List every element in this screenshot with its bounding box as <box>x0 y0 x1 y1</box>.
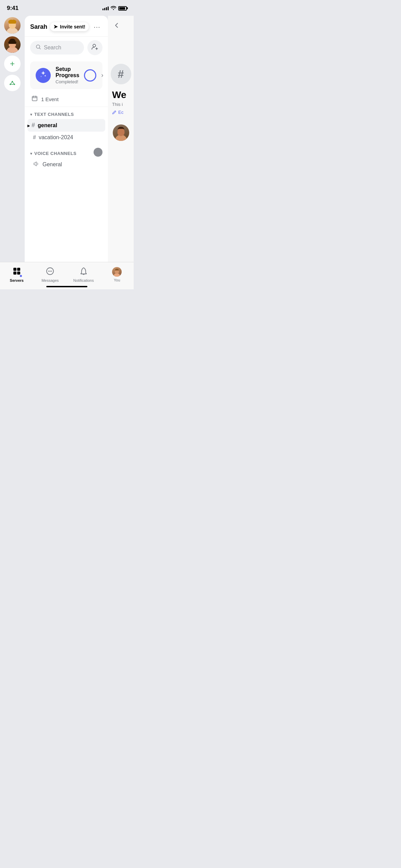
messages-icon <box>46 267 54 277</box>
hash-icon-general: # <box>32 122 35 129</box>
you-avatar-img <box>112 267 122 277</box>
nav-item-notifications[interactable]: Notifications <box>67 262 100 284</box>
svg-line-9 <box>12 82 14 84</box>
server-name: Sarah <box>30 23 47 31</box>
right-panel: # We This i Ec <box>108 16 134 287</box>
edit-label: Ec <box>118 110 123 115</box>
svg-line-8 <box>10 82 12 84</box>
svg-rect-26 <box>13 272 16 275</box>
nav-item-you[interactable]: You <box>100 262 134 284</box>
svg-line-12 <box>39 48 41 49</box>
search-placeholder: Search <box>44 45 61 51</box>
setup-subtitle: Completed! <box>56 79 79 84</box>
bottom-nav: Servers Messages Notifications <box>0 262 134 289</box>
search-icon <box>36 44 41 51</box>
nav-label-you: You <box>114 278 120 282</box>
event-text: 1 Event <box>41 96 59 102</box>
send-icon: ➤ <box>53 24 58 30</box>
setup-progress-ring <box>84 69 96 82</box>
discover-icon <box>8 79 16 87</box>
edit-link[interactable]: Ec <box>108 107 134 118</box>
nav-item-messages[interactable]: Messages <box>34 262 67 284</box>
svg-point-29 <box>48 270 49 272</box>
you-avatar <box>112 267 122 277</box>
svg-point-30 <box>50 270 51 272</box>
channel-name-general: general <box>38 122 57 129</box>
hash-icon-vacation: # <box>33 134 36 141</box>
plus-icon: + <box>10 59 15 69</box>
status-time: 9:41 <box>7 5 19 12</box>
battery-icon <box>118 6 127 11</box>
servers-icon <box>12 267 21 277</box>
voice-channel-general[interactable]: General <box>25 158 108 171</box>
nav-item-servers[interactable]: Servers <box>0 262 34 284</box>
svg-point-31 <box>51 270 52 272</box>
invite-toast-text: Invite sent! <box>60 24 85 29</box>
nav-label-servers: Servers <box>10 278 24 282</box>
user-avatar-img <box>113 124 129 141</box>
add-member-button[interactable] <box>87 40 102 55</box>
svg-rect-18 <box>32 96 37 101</box>
user-avatar-small <box>113 124 129 141</box>
nav-label-notifications: Notifications <box>73 278 94 282</box>
avatar-2-img <box>4 36 21 53</box>
add-member-icon <box>91 43 99 52</box>
search-bar[interactable]: Search <box>30 41 84 55</box>
back-button[interactable] <box>108 16 134 36</box>
invite-toast: ➤ Invite sent! <box>50 22 89 31</box>
svg-rect-25 <box>17 268 20 271</box>
svg-point-16 <box>45 75 46 76</box>
svg-rect-24 <box>13 268 16 271</box>
voice-channel-name-general: General <box>42 161 62 168</box>
voice-channels-section-header[interactable]: ▾ Voice Channels <box>25 146 108 158</box>
text-channels-label: Text Channels <box>34 112 74 117</box>
channel-name-vacation: vacation-2024 <box>39 134 73 141</box>
volume-icon <box>33 161 39 168</box>
add-server-button[interactable]: + <box>4 56 21 72</box>
status-bar: 9:41 <box>0 0 134 14</box>
setup-icon <box>36 68 51 83</box>
channel-item-general[interactable]: # general <box>27 119 105 132</box>
channel-welcome-subtitle: This i <box>108 102 134 107</box>
setup-title: Setup Progress <box>56 66 79 79</box>
server-sidebar: + <box>0 14 25 287</box>
text-channels-section-header[interactable]: ▾ Text Channels <box>25 107 108 119</box>
ellipsis-icon: ··· <box>94 23 100 31</box>
setup-text: Setup Progress Completed! <box>56 66 79 84</box>
nav-label-messages: Messages <box>41 278 59 282</box>
setup-progress-card[interactable]: Setup Progress Completed! › <box>30 61 102 89</box>
voice-channels-chevron-icon: ▾ <box>30 151 32 156</box>
event-row[interactable]: 1 Event <box>25 92 108 107</box>
channel-header: Sarah ➤ Invite sent! ··· <box>25 16 108 37</box>
setup-chevron-icon[interactable]: › <box>101 72 103 79</box>
channel-panel: Sarah ➤ Invite sent! ··· Search <box>25 16 108 287</box>
servers-badge <box>19 274 23 278</box>
home-indicator <box>46 286 87 287</box>
status-icons <box>102 5 127 11</box>
more-options-button[interactable]: ··· <box>92 21 102 32</box>
server-avatar-2[interactable] <box>4 36 21 53</box>
voice-channels-label: Voice Channels <box>34 151 76 156</box>
channel-hash-icon-large: # <box>111 64 131 84</box>
server-avatar-1[interactable] <box>4 17 21 34</box>
main-layout: + Sarah ➤ Invite sent! ··· <box>0 14 134 287</box>
svg-point-17 <box>41 76 42 77</box>
search-row: Search <box>25 37 108 59</box>
channel-item-vacation[interactable]: # vacation-2024 <box>26 132 108 143</box>
notifications-icon <box>79 267 88 277</box>
magic-icon <box>39 70 47 81</box>
avatar-1-img <box>4 17 21 34</box>
voice-active-indicator <box>94 148 102 157</box>
svg-point-13 <box>93 44 96 47</box>
channel-welcome-title: We <box>108 84 134 102</box>
discover-button[interactable] <box>4 75 21 91</box>
pencil-icon <box>112 110 117 114</box>
text-channels-chevron-icon: ▾ <box>30 112 32 117</box>
svg-rect-27 <box>17 272 20 275</box>
wifi-icon <box>111 5 116 11</box>
calendar-icon <box>32 95 38 103</box>
signal-icon <box>102 7 109 10</box>
